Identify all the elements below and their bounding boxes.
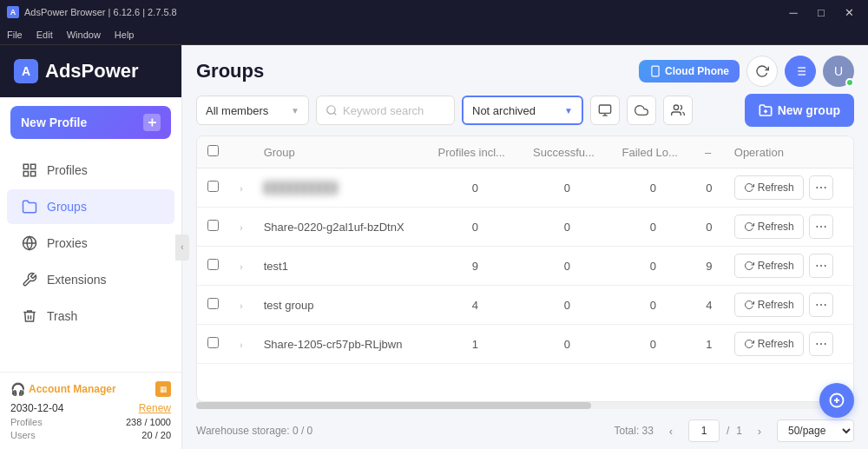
proxies-icon (21, 234, 38, 252)
row-checkbox-1[interactable] (207, 220, 219, 231)
sidebar-item-profiles[interactable]: Profiles (7, 153, 174, 188)
profiles-label: Profiles (47, 163, 88, 177)
sidebar-item-extensions[interactable]: Extensions (7, 262, 174, 297)
refresh-icon-1 (744, 221, 754, 232)
next-page-button[interactable]: › (749, 419, 770, 442)
avatar[interactable]: U (823, 56, 854, 87)
menu-window[interactable]: Window (67, 30, 101, 40)
fab-button[interactable] (819, 383, 854, 418)
col-profiles: Profiles incl... (428, 136, 523, 168)
more-button-4[interactable]: ⋯ (809, 332, 833, 356)
logo-text: AdsPower (45, 60, 139, 83)
expand-arrow-4[interactable]: › (240, 340, 243, 350)
header-actions: Cloud Phone U (639, 56, 854, 87)
success-count-0: 0 (523, 168, 611, 208)
minimize-button[interactable]: ─ (781, 0, 806, 24)
trash-icon (21, 307, 38, 325)
profiles-count-3: 4 (428, 286, 523, 325)
groups-icon (21, 198, 38, 215)
total-label: Total: 33 (615, 425, 654, 437)
renew-link[interactable]: Renew (139, 402, 171, 414)
sidebar-collapse-button[interactable]: ‹ (175, 234, 189, 261)
new-profile-button[interactable]: New Profile ＋ (10, 106, 171, 139)
all-members-dropdown[interactable]: All members ▼ (196, 96, 309, 125)
row-checkbox-4[interactable] (207, 337, 219, 348)
more-button-0[interactable]: ⋯ (809, 175, 833, 200)
qr-icon[interactable]: ▦ (155, 381, 171, 397)
table-row: › Share-0220-g2al1uf-bzDtnX 0 0 0 0 Refr… (197, 208, 853, 247)
upload-icon-button[interactable] (590, 96, 620, 125)
refresh-button-0[interactable]: Refresh (734, 175, 804, 200)
archive-dropdown[interactable]: Not archived ▼ (462, 96, 583, 125)
cloud-phone-button[interactable]: Cloud Phone (639, 60, 740, 83)
per-page-select[interactable]: 50/page 20/page 100/page (777, 419, 854, 442)
more-button-1[interactable]: ⋯ (809, 215, 833, 239)
success-count-1: 0 (523, 208, 611, 247)
svg-point-14 (327, 106, 335, 114)
cloud-icon-button[interactable] (627, 96, 656, 125)
sidebar-item-proxies[interactable]: Proxies (7, 226, 174, 261)
svg-rect-16 (599, 105, 610, 113)
proxies-label: Proxies (47, 236, 88, 250)
table-row: › test1 9 0 0 9 Refresh ⋯ (197, 247, 853, 286)
search-icon (326, 104, 338, 116)
content-header: Groups Cloud Phone U (182, 45, 868, 94)
expand-arrow-1[interactable]: › (240, 222, 243, 233)
more-button-2[interactable]: ⋯ (809, 254, 833, 278)
sidebar-item-groups[interactable]: Groups (7, 189, 174, 224)
row-checkbox-2[interactable] (207, 259, 219, 270)
profiles-stat-label: Profiles (10, 417, 43, 427)
groups-table: Group Profiles incl... Successfu... Fail… (196, 135, 854, 402)
svg-line-15 (334, 113, 337, 116)
profiles-icon (21, 162, 38, 179)
group-name-4: Share-1205-cr57pb-RLjbwn (253, 325, 428, 364)
operation-cell-0: Refresh ⋯ (724, 168, 853, 208)
refresh-header-button[interactable] (746, 56, 778, 87)
profiles-count-2: 9 (428, 247, 523, 286)
users-icon (671, 103, 685, 117)
expand-arrow-2[interactable]: › (240, 261, 243, 272)
expand-arrow-3[interactable]: › (240, 300, 243, 311)
refresh-button-2[interactable]: Refresh (734, 254, 804, 278)
horizontal-scrollbar[interactable] (196, 402, 854, 409)
upload-icon (598, 103, 612, 117)
failed-count-4: 0 (612, 325, 694, 364)
more-button-3[interactable]: ⋯ (809, 293, 833, 317)
users-icon-button[interactable] (663, 96, 693, 125)
new-profile-label: New Profile (21, 116, 87, 129)
refresh-button-4[interactable]: Refresh (734, 332, 804, 356)
trash-label: Trash (47, 309, 77, 323)
nav-items: Profiles Groups Proxies Extensions (0, 148, 181, 372)
row-checkbox-0[interactable] (207, 181, 219, 192)
list-view-button[interactable] (785, 56, 816, 87)
menu-help[interactable]: Help (115, 30, 135, 40)
svg-rect-6 (652, 66, 659, 76)
select-all-checkbox[interactable] (207, 145, 219, 156)
chevron-down-icon: ▼ (291, 106, 299, 116)
row-checkbox-3[interactable] (207, 298, 219, 309)
maximize-button[interactable]: □ (809, 0, 833, 24)
fab-icon (829, 393, 845, 408)
failed-count-3: 0 (612, 286, 694, 325)
new-group-button[interactable]: New group (745, 94, 854, 127)
refresh-button-1[interactable]: Refresh (734, 215, 804, 239)
operation-cell-4: Refresh ⋯ (724, 325, 853, 364)
success-count-3: 0 (523, 286, 611, 325)
failed-count-0: 0 (612, 168, 694, 208)
storage-label: Warehouse storage: 0 / 0 (196, 425, 312, 437)
page-separator: / (727, 425, 729, 437)
refresh-icon-0 (744, 182, 754, 193)
sidebar-item-trash[interactable]: Trash (7, 299, 174, 333)
cloud-phone-label: Cloud Phone (665, 65, 729, 77)
menu-file[interactable]: File (7, 30, 23, 40)
close-button[interactable]: ✕ (837, 0, 861, 24)
expand-arrow-0[interactable]: › (240, 183, 243, 194)
failed-count-2: 0 (612, 247, 694, 286)
prev-page-button[interactable]: ‹ (661, 419, 681, 442)
refresh-button-3[interactable]: Refresh (734, 293, 804, 317)
total-pages: 1 (736, 425, 742, 437)
page-input[interactable] (688, 419, 720, 442)
menu-edit[interactable]: Edit (36, 30, 53, 40)
scrollbar-thumb[interactable] (196, 402, 591, 409)
search-box[interactable]: Keyword search (316, 96, 455, 125)
